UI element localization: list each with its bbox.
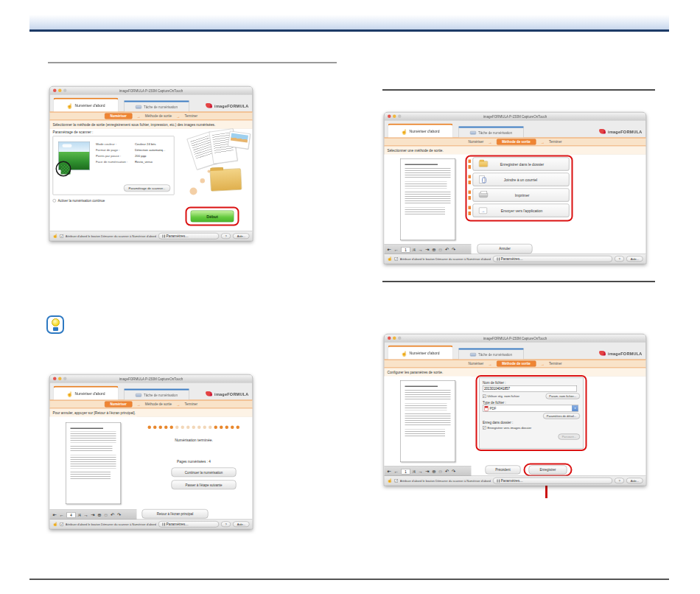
tab-scan-job[interactable]: Tâche de numérisation xyxy=(459,349,524,360)
settings-button[interactable]: Paramètres... xyxy=(158,521,219,528)
settings-button[interactable]: Paramètres... xyxy=(493,478,612,484)
settings-button[interactable]: Paramètres... xyxy=(493,256,612,262)
zoom-out-button[interactable]: ⊖ xyxy=(438,469,442,475)
rotate-left-button[interactable]: ↶ xyxy=(445,248,449,253)
last-page-button[interactable]: ⇥ xyxy=(425,469,429,475)
first-page-button[interactable]: ⇤ xyxy=(388,469,391,475)
tab-scan-job[interactable]: Tâche de numérisation xyxy=(459,127,524,138)
file-name-input[interactable] xyxy=(483,385,577,392)
next-page-button[interactable]: → xyxy=(418,248,423,253)
window-controls[interactable] xyxy=(53,89,67,93)
first-page-button[interactable]: ⇤ xyxy=(53,513,57,518)
tab-scan-job[interactable]: Tâche de numérisation xyxy=(125,389,189,400)
next-page-button[interactable]: → xyxy=(83,513,88,518)
file-type-label: Type de fichier : xyxy=(483,401,580,405)
page-number-input[interactable] xyxy=(401,247,410,253)
start-button[interactable]: Début xyxy=(191,211,234,223)
maximize-icon[interactable] xyxy=(63,89,67,93)
help-button[interactable]: Aide... xyxy=(233,234,249,240)
assign-checkbox[interactable]: ✓ xyxy=(60,234,63,238)
previous-button[interactable]: Précédent xyxy=(486,466,521,475)
tab-scan-first[interactable]: ☝ Numériser d'abord xyxy=(388,124,453,138)
help-question-button[interactable]: ? xyxy=(615,256,624,262)
close-icon[interactable] xyxy=(388,115,391,119)
step-output: Méthode de sortie xyxy=(497,139,536,145)
help-question-button[interactable]: ? xyxy=(221,522,231,528)
return-main-screen-button[interactable]: Retour à l'écran principal xyxy=(142,509,209,519)
help-button[interactable]: Aide... xyxy=(233,522,249,528)
close-icon[interactable] xyxy=(53,377,57,381)
save-folder-label: Enreg dans dossier : xyxy=(483,421,580,424)
last-page-button[interactable]: ⇥ xyxy=(91,513,94,518)
page-number-input[interactable] xyxy=(401,469,410,475)
help-button[interactable]: Aide... xyxy=(626,478,643,484)
step-scan: Numériser xyxy=(105,402,132,408)
rotate-left-button[interactable]: ↶ xyxy=(111,513,114,518)
help-question-button[interactable]: ? xyxy=(221,234,231,240)
save-images-checkbox[interactable]: ✓ xyxy=(483,426,486,430)
minimize-icon[interactable] xyxy=(58,377,62,381)
rotate-left-button[interactable]: ↶ xyxy=(445,469,449,475)
assign-checkbox[interactable]: ✓ xyxy=(60,523,63,526)
minimize-icon[interactable] xyxy=(393,115,396,119)
tab-scan-first[interactable]: ☝ Numériser d'abord xyxy=(54,98,119,112)
tab-scan-first[interactable]: ☝ Numériser d'abord xyxy=(388,346,453,360)
method-attach-email-button[interactable]: Joindre à un courriel xyxy=(473,173,570,186)
next-page-button[interactable]: → xyxy=(418,469,423,475)
minimize-icon[interactable] xyxy=(393,337,396,340)
assign-checkbox[interactable]: ✓ xyxy=(394,257,398,261)
setting-row: Points par pouce :200 ppp xyxy=(96,153,165,158)
next-step-button[interactable]: Passer à l'étape suivante xyxy=(172,481,237,490)
rotate-right-button[interactable]: ↷ xyxy=(117,513,121,518)
lightbulb-base xyxy=(53,327,58,331)
window-controls[interactable] xyxy=(388,337,402,340)
continuous-scan-option[interactable]: Activer la numérisation continue xyxy=(53,199,105,203)
detail-settings-button[interactable]: Paramètres de détail... xyxy=(543,413,580,419)
maximize-icon[interactable] xyxy=(63,377,67,381)
assign-checkbox[interactable]: ✓ xyxy=(394,479,398,483)
maximize-icon[interactable] xyxy=(398,115,402,119)
last-page-button[interactable]: ⇥ xyxy=(425,248,429,253)
window-controls[interactable] xyxy=(53,377,67,381)
filename-settings-button[interactable]: Param. nom fichier... xyxy=(545,394,580,399)
method-save-to-folder-button[interactable]: Enregistrer dans le dossier xyxy=(473,158,570,171)
file-type-select[interactable]: PDF ▼ xyxy=(483,405,578,412)
printer-icon xyxy=(479,192,488,198)
tab-scan-first[interactable]: ☝ Numériser d'abord xyxy=(54,386,119,400)
cancel-button[interactable]: Annuler xyxy=(477,244,533,254)
scanner-settings-button[interactable]: Paramétrage de scanner... xyxy=(124,185,170,192)
zoom-out-button[interactable]: ⊖ xyxy=(438,248,442,253)
method-send-to-app-button[interactable]: → Envoyer vers l'application xyxy=(473,204,570,217)
prev-page-button[interactable]: ← xyxy=(59,513,64,518)
prev-page-button[interactable]: ← xyxy=(393,248,399,253)
close-icon[interactable] xyxy=(388,337,391,340)
first-page-button[interactable]: ⇤ xyxy=(388,248,391,253)
document-preview xyxy=(400,380,455,462)
save-button[interactable]: Enregistrer xyxy=(529,466,567,475)
maximize-icon[interactable] xyxy=(398,337,402,340)
prev-page-button[interactable]: ← xyxy=(393,469,399,475)
rotate-right-button[interactable]: ↷ xyxy=(452,248,455,253)
continue-scanning-button[interactable]: Continuer la numérisation xyxy=(172,468,237,478)
page-number-input[interactable] xyxy=(66,512,75,518)
minimize-icon[interactable] xyxy=(58,89,62,93)
use-filename-checkbox[interactable]: ✓ xyxy=(483,394,486,398)
zoom-in-button[interactable]: ⊕ xyxy=(432,248,435,253)
help-question-button[interactable]: ? xyxy=(615,478,624,484)
window-controls[interactable] xyxy=(388,115,402,119)
settings-button[interactable]: Paramètres... xyxy=(158,233,219,240)
rotate-right-button[interactable]: ↷ xyxy=(452,469,455,475)
status-bar: ☝ ✓ Attribuer d'abord le bouton Démarrer… xyxy=(385,254,646,264)
browse-button[interactable]: Parcourir... xyxy=(559,434,580,440)
zoom-in-button[interactable]: ⊕ xyxy=(432,469,435,475)
tab-scan-job[interactable]: Tâche de numérisation xyxy=(125,101,189,112)
checkbox-unchecked-icon[interactable] xyxy=(53,199,57,203)
step-arrow-icon: → xyxy=(176,114,181,119)
help-button[interactable]: Aide... xyxy=(626,256,643,262)
close-icon[interactable] xyxy=(53,89,57,93)
zoom-in-button[interactable]: ⊕ xyxy=(97,513,101,518)
zoom-out-button[interactable]: ⊖ xyxy=(104,513,108,518)
method-label: Joindre à un courriel xyxy=(485,178,569,182)
window-title: imageFORMULA P-150M CaptureOnTouch xyxy=(119,377,183,380)
method-print-button[interactable]: Imprimer xyxy=(473,189,570,202)
